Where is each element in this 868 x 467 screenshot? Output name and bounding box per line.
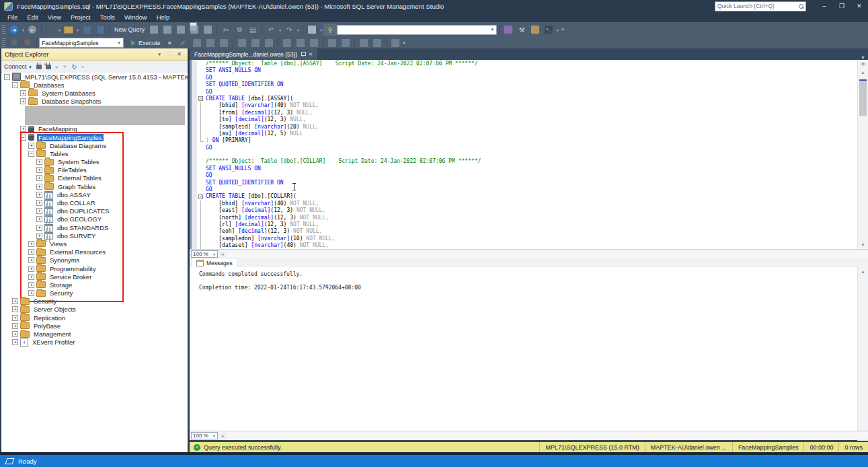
scrollbar-thumb[interactable] [859, 79, 867, 116]
open-file-dropdown[interactable]: ▾ [75, 28, 80, 32]
tree-item-views[interactable]: +Views [1, 240, 188, 248]
tree-item-storage[interactable]: +Storage [1, 281, 188, 289]
pin-icon[interactable] [164, 51, 174, 57]
expand-icon[interactable]: + [36, 184, 42, 190]
expand-icon[interactable]: + [28, 143, 34, 149]
collapse-icon[interactable]: − [20, 135, 26, 141]
navigate-forward-button[interactable]: ▸ [26, 24, 39, 36]
expand-icon[interactable]: + [20, 126, 26, 132]
expand-icon[interactable]: + [28, 274, 34, 280]
expand-icon[interactable]: + [28, 257, 34, 263]
menu-item-tools[interactable]: Tools [95, 12, 120, 22]
undo-dropdown[interactable]: ▾ [278, 28, 282, 32]
new-project-dropdown[interactable]: ▾ [57, 28, 62, 32]
expand-icon[interactable]: + [28, 290, 34, 296]
uncomment-icon[interactable] [339, 37, 352, 49]
menu-item-view[interactable]: View [43, 12, 66, 22]
find-combobox[interactable]: ▼ [337, 25, 497, 35]
expand-icon[interactable]: + [36, 208, 42, 214]
expand-icon[interactable]: + [20, 98, 26, 104]
tree-item-filetables[interactable]: +FileTables [1, 166, 188, 174]
tree-item-graph-tables[interactable]: +Graph Tables [1, 182, 188, 190]
collapse-icon[interactable]: − [28, 151, 34, 157]
expand-icon[interactable]: + [36, 200, 42, 206]
expand-icon[interactable]: + [28, 266, 34, 272]
expand-icon[interactable]: + [20, 90, 26, 96]
expand-icon[interactable]: + [12, 339, 18, 345]
tree-item-server-objects[interactable]: +Server Objects [1, 306, 188, 314]
wrench-icon[interactable]: ⚒ [515, 24, 528, 36]
find-pin-icon[interactable]: ⚲ [323, 24, 337, 36]
connect-server-icon[interactable] [36, 65, 42, 69]
tree-item-management[interactable]: +Management [1, 330, 188, 338]
expand-icon[interactable]: + [36, 233, 42, 239]
tree-item-database-snapshots[interactable]: +Database Snapshots [1, 98, 188, 106]
menu-item-edit[interactable]: Edit [22, 12, 42, 22]
increase-indent-icon[interactable] [370, 37, 384, 49]
expand-icon[interactable]: + [12, 315, 18, 321]
tree-item-service-broker[interactable]: +Service Broker [1, 273, 188, 281]
results-to-text-icon[interactable] [280, 37, 294, 49]
expand-icon[interactable]: + [12, 306, 18, 312]
connect-icon[interactable] [7, 37, 21, 49]
live-query-stats-icon[interactable] [249, 37, 262, 49]
navigate-back-dropdown[interactable]: ▾ [21, 28, 26, 32]
tree-item-dbo-collar[interactable]: +dbo.COLLAR [1, 199, 188, 207]
open-file-button[interactable] [62, 24, 75, 36]
toolbar-overflow[interactable]: ▾ [402, 40, 407, 46]
activity-monitor-dropdown[interactable]: ▾ [319, 28, 323, 32]
messages-tab[interactable]: Messages [192, 258, 237, 268]
redo-dropdown[interactable]: ▾ [296, 28, 301, 32]
stop-icon[interactable]: ■ [55, 65, 58, 69]
expand-icon[interactable]: + [12, 298, 18, 304]
editor-horizontal-scrollbar[interactable] [227, 250, 868, 258]
tree-item-dbo-assay[interactable]: +dbo.ASSAY [1, 190, 188, 199]
scroll-up-icon[interactable]: ▲ [861, 68, 865, 77]
execute-button[interactable]: Execute [128, 37, 163, 49]
toolbar-grip[interactable] [2, 25, 5, 34]
comment-icon[interactable] [325, 37, 339, 49]
minimize-button[interactable]: – [816, 0, 833, 12]
tree-item-database-diagrams[interactable]: +Database Diagrams [1, 141, 188, 149]
connect-menu-button[interactable]: Connect ▼ [4, 63, 32, 70]
menu-item-project[interactable]: Project [66, 12, 95, 22]
hscroll-left-icon[interactable]: ◂ [219, 252, 226, 257]
refresh-icon[interactable]: ↻ [71, 63, 77, 71]
expand-icon[interactable]: + [36, 159, 42, 165]
splitter-handle-icon[interactable]: ✛ [861, 60, 865, 68]
scroll-down-icon[interactable]: ▼ [861, 240, 865, 249]
tree-item-dbo-survey[interactable]: +dbo.SURVEY [1, 231, 188, 240]
tree-item-dbo-standards[interactable]: +dbo.STANDARDS [1, 223, 188, 231]
include-actual-plan-icon[interactable] [235, 37, 249, 49]
active-files-dropdown-icon[interactable]: ▼ [861, 55, 865, 60]
quick-launch-input[interactable]: Quick Launch (Ctrl+Q) [715, 1, 806, 11]
change-connection-icon[interactable] [21, 37, 34, 49]
expand-icon[interactable]: + [12, 331, 18, 337]
copy-icon[interactable]: ⧉ [233, 24, 246, 36]
hscroll-left-icon[interactable]: ◂ [219, 433, 226, 439]
activity-icon[interactable]: ⌁ [81, 64, 85, 70]
save-button[interactable] [80, 24, 93, 36]
decrease-indent-icon[interactable] [357, 37, 370, 49]
display-estimated-plan-icon[interactable] [190, 37, 204, 49]
expand-icon[interactable]: + [36, 216, 42, 222]
filter-icon[interactable]: ▼ [62, 64, 67, 70]
expand-icon[interactable]: + [28, 249, 34, 255]
editor-vertical-scrollbar[interactable]: ✛ ▲ ▼ [857, 60, 868, 249]
navigate-back-button[interactable]: ◂ [7, 24, 21, 36]
query-options-icon[interactable] [204, 37, 217, 49]
results-to-grid-icon[interactable] [294, 37, 307, 49]
tree-item-polybase[interactable]: +PolyBase [1, 322, 188, 330]
new-query-button[interactable]: New Query [112, 24, 147, 36]
tree-item-programmability[interactable]: +Programmability [1, 264, 188, 273]
client-statistics-icon[interactable] [262, 37, 276, 49]
menu-item-file[interactable]: File [3, 12, 22, 22]
tree-item-dbo-duplicates[interactable]: +dbo.DUPLICATES [1, 207, 188, 215]
mdx-query-icon[interactable] [161, 24, 174, 36]
collapse-icon[interactable]: − [12, 82, 18, 88]
tree-item-mpl71-sqlexpress-sql-server-15-0-4153-maptek-au-daniel-ow[interactable]: −MPL71\SQLEXPRESS (SQL Server 15.0.4153 … [1, 73, 188, 81]
parse-icon[interactable]: ✓ [177, 37, 190, 49]
console-dropdown[interactable]: ▾ [555, 28, 560, 32]
tab-close-icon[interactable]: ✕ [309, 52, 313, 57]
save-all-button[interactable] [93, 24, 107, 36]
